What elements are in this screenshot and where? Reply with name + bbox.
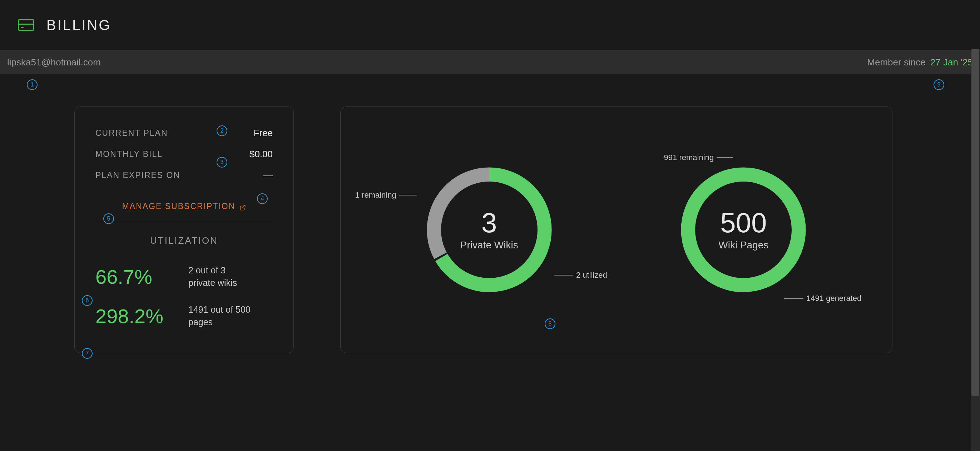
current-plan-label: CURRENT PLAN — [95, 128, 168, 138]
wikis-donut-center: 3 Private Wikis — [460, 209, 518, 251]
member-since-label: Member since — [867, 57, 925, 68]
marker-8[interactable]: 8 — [545, 318, 555, 329]
plan-expires-label: PLAN EXPIRES ON — [95, 170, 180, 180]
monthly-bill-label: MONTHLY BILL — [95, 149, 162, 159]
marker-2[interactable]: 2 — [216, 125, 227, 136]
manage-subscription-label: MANAGE SUBSCRIPTION — [122, 202, 235, 211]
pages-donut-number: 500 — [718, 209, 768, 237]
current-plan-row: CURRENT PLAN Free — [95, 128, 273, 139]
wikis-remaining-label: 1 remaining — [355, 191, 417, 200]
account-email: lipska51@hotmail.com — [7, 57, 101, 68]
svg-line-0 — [242, 205, 245, 208]
page-header: BILLING — [0, 0, 980, 50]
monthly-bill-row: MONTHLY BILL $0.00 — [95, 149, 273, 160]
marker-7[interactable]: 7 — [82, 348, 92, 359]
pages-donut-label: Wiki Pages — [718, 240, 768, 251]
monthly-bill-value: $0.00 — [250, 149, 273, 160]
wikis-donut-label: Private Wikis — [460, 240, 518, 251]
wiki-pages-donut: 500 Wiki Pages -991 remaining 1491 gener… — [654, 148, 833, 312]
scrollbar[interactable] — [971, 49, 980, 451]
plan-card: 2 3 4 5 6 7 CURRENT PLAN Free MONTHLY BI… — [74, 106, 294, 353]
account-bar: lipska51@hotmail.com Member since 27 Jan… — [0, 50, 980, 74]
scrollbar-thumb[interactable] — [971, 49, 979, 396]
private-wikis-donut: 3 Private Wikis 1 remaining 2 utilized — [400, 148, 579, 312]
marker-4[interactable]: 4 — [257, 193, 268, 204]
divider — [95, 222, 273, 222]
member-since-date: 27 Jan '25 — [930, 57, 973, 68]
pages-util-pct: 298.2% — [95, 305, 178, 328]
marker-5[interactable]: 5 — [103, 213, 114, 224]
plan-expires-row: PLAN EXPIRES ON — — [95, 170, 273, 181]
wikis-util-pct: 66.7% — [95, 265, 178, 288]
pages-util-desc: 1491 out of 500 pages — [188, 303, 251, 329]
pages-donut-center: 500 Wiki Pages — [718, 209, 768, 251]
charts-card: 8 3 Private Wikis 1 remaining 2 utilized — [340, 106, 892, 353]
wikis-util-desc: 2 out of 3 private wikis — [188, 264, 237, 289]
pages-remaining-label: -991 remaining — [661, 153, 733, 162]
pages-util-row: 298.2% 1491 out of 500 pages — [95, 303, 273, 329]
content-area: 2 3 4 5 6 7 CURRENT PLAN Free MONTHLY BI… — [0, 74, 980, 353]
utilization-title: UTILIZATION — [95, 235, 273, 246]
wikis-donut-number: 3 — [460, 209, 518, 237]
current-plan-value: Free — [254, 128, 273, 139]
page-title: BILLING — [46, 17, 111, 33]
credit-card-icon — [18, 19, 34, 31]
external-link-icon — [239, 203, 246, 210]
wikis-util-row: 66.7% 2 out of 3 private wikis — [95, 264, 273, 289]
pages-generated-label: 1491 generated — [784, 294, 861, 303]
marker-3[interactable]: 3 — [216, 157, 227, 168]
plan-expires-value: — — [263, 170, 273, 181]
marker-6[interactable]: 6 — [82, 295, 92, 306]
manage-subscription-link[interactable]: MANAGE SUBSCRIPTION — [122, 202, 246, 211]
wikis-utilized-label: 2 utilized — [554, 270, 607, 280]
member-since: Member since 27 Jan '25 — [867, 57, 973, 68]
